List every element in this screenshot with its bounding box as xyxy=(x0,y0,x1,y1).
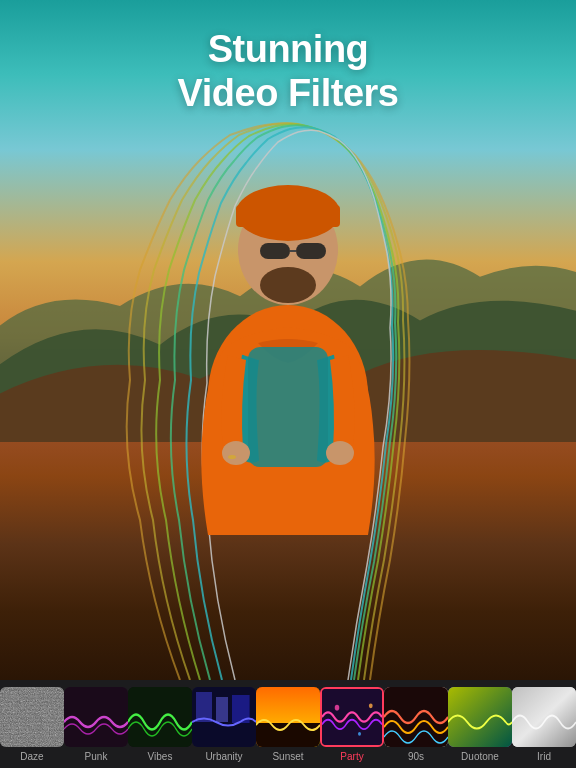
filter-thumb-daze xyxy=(0,687,64,747)
filter-item-punk[interactable]: Punk xyxy=(64,680,128,768)
filter-label-90s: 90s xyxy=(408,751,424,762)
filter-thumb-sunset xyxy=(256,687,320,747)
filter-item-irid[interactable]: Irid xyxy=(512,680,576,768)
svg-rect-4 xyxy=(260,243,290,259)
svg-rect-22 xyxy=(322,689,382,745)
svg-rect-27 xyxy=(448,687,512,747)
svg-point-11 xyxy=(228,455,236,459)
filter-item-duotone[interactable]: Duotone xyxy=(448,680,512,768)
svg-point-10 xyxy=(326,441,354,465)
filter-item-90s[interactable]: 90s xyxy=(384,680,448,768)
filter-label-punk: Punk xyxy=(85,751,108,762)
filter-item-daze[interactable]: Daze xyxy=(0,680,64,768)
filter-thumb-90s xyxy=(384,687,448,747)
filter-thumb-vibes xyxy=(128,687,192,747)
filter-label-party: Party xyxy=(340,751,363,762)
filter-item-urbanity[interactable]: Urbanity xyxy=(192,680,256,768)
filter-label-irid: Irid xyxy=(537,751,551,762)
svg-rect-13 xyxy=(0,687,64,747)
filter-label-daze: Daze xyxy=(20,751,43,762)
svg-rect-18 xyxy=(216,697,228,722)
person-figure xyxy=(128,75,448,595)
filter-label-duotone: Duotone xyxy=(461,751,499,762)
svg-point-23 xyxy=(335,705,340,711)
svg-rect-21 xyxy=(256,687,320,723)
filter-thumb-urbanity xyxy=(192,687,256,747)
svg-rect-12 xyxy=(0,687,64,747)
main-image-area: Stunning Video Filters xyxy=(0,0,576,680)
filter-bar: Daze Punk Vibes Urbanity Sunset Party 90… xyxy=(0,680,576,768)
svg-rect-15 xyxy=(128,687,192,747)
svg-point-25 xyxy=(369,703,373,708)
svg-point-7 xyxy=(260,267,316,303)
svg-point-9 xyxy=(222,441,250,465)
title-line1: Stunning xyxy=(0,28,576,72)
title-line2: Video Filters xyxy=(0,72,576,116)
filter-label-vibes: Vibes xyxy=(148,751,173,762)
svg-rect-5 xyxy=(296,243,326,259)
filter-thumb-irid xyxy=(512,687,576,747)
filter-label-urbanity: Urbanity xyxy=(205,751,242,762)
filter-thumb-duotone xyxy=(448,687,512,747)
filter-item-vibes[interactable]: Vibes xyxy=(128,680,192,768)
svg-rect-8 xyxy=(248,347,328,467)
filter-item-sunset[interactable]: Sunset xyxy=(256,680,320,768)
page-title: Stunning Video Filters xyxy=(0,28,576,115)
filter-item-party[interactable]: Party xyxy=(320,680,384,768)
filter-thumb-party xyxy=(320,687,384,747)
svg-point-24 xyxy=(358,732,361,736)
filter-thumb-punk xyxy=(64,687,128,747)
svg-rect-28 xyxy=(512,687,576,747)
filter-label-sunset: Sunset xyxy=(272,751,303,762)
svg-rect-3 xyxy=(236,205,340,227)
